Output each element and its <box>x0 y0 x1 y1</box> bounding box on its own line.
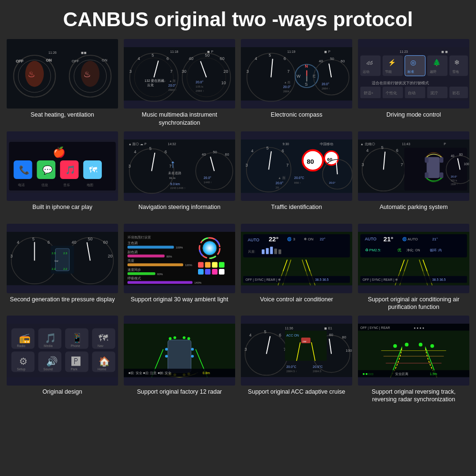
svg-text:5: 5 <box>32 236 35 241</box>
svg-text:3: 3 <box>247 69 249 74</box>
svg-text:岩石: 岩石 <box>452 91 460 95</box>
svg-text:Phone: Phone <box>71 344 80 347</box>
svg-text:80%: 80% <box>167 255 172 258</box>
svg-text:60: 60 <box>329 333 333 337</box>
svg-rect-217 <box>128 272 156 275</box>
svg-text:80: 80 <box>342 336 347 340</box>
svg-text:📱: 📱 <box>71 333 83 344</box>
svg-rect-214 <box>128 263 183 266</box>
svg-text:5: 5 <box>264 329 267 334</box>
svg-text:♨: ♨ <box>83 69 91 79</box>
svg-text:20: 20 <box>224 69 228 74</box>
svg-text:4: 4 <box>134 149 136 154</box>
svg-text:2884 ↑: 2884 ↑ <box>451 183 458 186</box>
svg-text:3: 3 <box>10 253 13 258</box>
svg-text:20.0°: 20.0° <box>451 175 457 178</box>
svg-text:40: 40 <box>319 59 323 63</box>
svg-text:▲ 面: ▲ 面 <box>169 79 176 82</box>
svg-rect-361 <box>358 370 469 377</box>
svg-rect-305 <box>168 340 191 373</box>
svg-text:60: 60 <box>225 152 229 157</box>
svg-text:20.0°C: 20.0°C <box>294 176 304 179</box>
svg-text:0.8m: 0.8m <box>203 372 210 375</box>
svg-text:Park: Park <box>71 367 78 371</box>
svg-text:📞: 📞 <box>19 165 30 175</box>
svg-text:2884 ↑: 2884 ↑ <box>169 89 177 91</box>
svg-text:节能: 节能 <box>385 70 392 73</box>
svg-text:2884.5 ↑: 2884.5 ↑ <box>287 370 297 373</box>
svg-text:10: 10 <box>221 80 226 85</box>
list-item: OFF | SYNC | REAR ● ● ● ● ■ ■ □ □ 安全距离 1… <box>355 313 472 405</box>
svg-text:40: 40 <box>71 240 76 245</box>
svg-text:21°: 21° <box>384 235 394 242</box>
svg-rect-233 <box>212 269 218 275</box>
svg-text:OFF: OFF <box>16 59 24 63</box>
svg-text:40: 40 <box>451 154 455 158</box>
svg-text:60: 60 <box>459 153 463 156</box>
svg-rect-251 <box>270 247 273 254</box>
svg-text:⚡: ⚡ <box>388 59 397 67</box>
list-item: OFF ON ♨ OFF ON ♨ 11:2 <box>4 36 121 129</box>
svg-text:6: 6 <box>396 148 398 153</box>
svg-text:2.2: 2.2 <box>63 268 67 270</box>
svg-text:9:30: 9:30 <box>283 142 289 146</box>
svg-text:Radio: Radio <box>17 344 25 347</box>
svg-text:20.0°: 20.0° <box>276 181 283 185</box>
svg-rect-230 <box>219 262 225 268</box>
svg-text:3: 3 <box>245 347 247 352</box>
svg-text:风量:: 风量: <box>248 250 256 253</box>
svg-text:● ● ● ●: ● ● ● ● <box>414 326 424 329</box>
svg-text:🎵: 🎵 <box>45 333 57 344</box>
svg-text:22°: 22° <box>269 235 279 242</box>
svg-text:音乐: 音乐 <box>63 183 70 187</box>
svg-text:中国移动: 中国移动 <box>320 142 333 146</box>
svg-text:■ ■ □ □: ■ ■ □ □ <box>363 373 373 376</box>
svg-text:11:36: 11:36 <box>285 327 293 330</box>
svg-text:60: 60 <box>327 157 332 162</box>
page-title: CANBUS original two -ways protocol <box>0 0 476 36</box>
svg-rect-231 <box>198 269 204 275</box>
svg-rect-173 <box>425 172 428 178</box>
svg-text:20.0°: 20.0° <box>204 176 211 179</box>
svg-point-314 <box>165 348 168 351</box>
svg-text:140%: 140% <box>194 281 201 284</box>
svg-text:4: 4 <box>138 57 140 61</box>
svg-text:6: 6 <box>284 57 286 61</box>
svg-text:50: 50 <box>88 236 93 241</box>
list-item: 11:19 ◼ P 4 5 6 7 3 N S W E <box>238 36 355 129</box>
svg-point-360 <box>430 344 434 348</box>
svg-text:🏎: 🏎 <box>367 59 373 66</box>
svg-text:ACC ON: ACC ON <box>287 334 299 337</box>
svg-text:ON: ON <box>46 58 52 62</box>
main-container: CANBUS original two -ways protocol OFF <box>0 0 476 409</box>
svg-text:11:18: 11:18 <box>170 50 178 53</box>
svg-text:电话: 电话 <box>18 183 25 187</box>
svg-text:未名道路: 未名道路 <box>168 171 181 175</box>
svg-text:5: 5 <box>269 53 271 58</box>
svg-point-308 <box>183 337 186 339</box>
svg-text:3: 3 <box>129 164 131 169</box>
svg-text:car: car <box>303 340 307 343</box>
svg-text:❄: ❄ <box>454 59 460 66</box>
svg-text:🎵: 🎵 <box>65 165 76 175</box>
svg-rect-229 <box>212 262 218 268</box>
svg-point-357 <box>393 344 397 348</box>
svg-text:50: 50 <box>330 57 334 61</box>
svg-text:7: 7 <box>170 69 173 74</box>
svg-text:20.0°C: 20.0°C <box>287 365 297 368</box>
svg-text:11:23: 11:23 <box>400 50 408 53</box>
svg-text:🔊: 🔊 <box>46 356 58 367</box>
svg-rect-174 <box>440 172 444 178</box>
svg-text:26: 26 <box>276 186 279 189</box>
svg-text:6: 6 <box>165 149 167 154</box>
svg-text:舒适+: 舒适+ <box>364 91 374 95</box>
svg-text:🅿: 🅿 <box>71 356 81 367</box>
svg-text:11:43: 11:43 <box>402 142 410 146</box>
svg-text:🗺: 🗺 <box>99 333 108 344</box>
list-item: 14:32 ▲ 面◎ ☁ P 4 5 6 7 3 ↑ 未名道路 91 m 9.0… <box>121 129 238 221</box>
svg-text:7: 7 <box>288 69 290 74</box>
svg-text:主色调: 主色调 <box>128 241 138 245</box>
svg-text:♨: ♨ <box>28 69 35 79</box>
svg-text:↑: ↑ <box>170 158 176 170</box>
svg-text:◎: ◎ <box>410 59 416 66</box>
